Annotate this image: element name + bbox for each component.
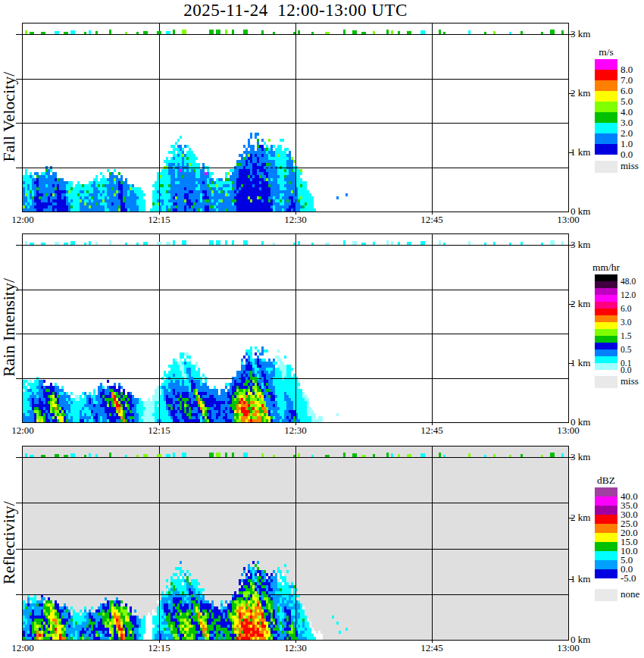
colorbar-cell <box>595 356 617 363</box>
fall-velocity-plot-frame <box>22 23 569 212</box>
fall-velocity-heatmap-canvas <box>23 24 568 212</box>
colorbar-cell <box>595 70 617 80</box>
reflectivity-x-axis: 12:0012:1512:3012:4513:00 <box>23 642 568 654</box>
colorbar-title-dbz: dBZ <box>597 475 615 487</box>
left-axis-tick <box>16 290 22 290</box>
colorbar-cell <box>595 59 617 70</box>
left-axis-tick <box>16 549 22 550</box>
colorbar-cell <box>595 515 617 524</box>
colorbar-missing-label: none <box>621 588 639 600</box>
x-tick-label: 12:15 <box>148 214 170 226</box>
colorbar-cell <box>595 102 617 112</box>
colorbar-cell <box>595 343 617 349</box>
colorbar-cell <box>595 274 617 281</box>
fall-velocity-x-axis: 12:0012:1512:3012:4513:00 <box>23 214 568 226</box>
colorbar-cell <box>595 80 617 91</box>
x-tick-label: 12:45 <box>420 642 443 654</box>
colorbar-cell <box>595 112 617 123</box>
colorbar-cell <box>595 123 617 133</box>
colorbar-title-ms: m/s <box>599 46 614 58</box>
x-tick-label: 12:30 <box>284 425 307 437</box>
x-tick-label: 12:30 <box>284 214 307 226</box>
colorbar-missing-label: miss <box>621 375 639 387</box>
left-axis-tick <box>16 594 22 595</box>
left-axis-tick <box>16 34 22 35</box>
colorbar-cell <box>595 329 617 336</box>
x-tick-label: 12:00 <box>11 425 34 437</box>
colorbar-tick-label: 1.5 <box>621 331 631 340</box>
colorbar-tick-label: 6.0 <box>621 304 631 313</box>
x-tick-label: 12:15 <box>148 425 170 437</box>
panel-rain-intensity: Rain Intensity/ 12:0012:1512:3012:4513:0… <box>0 233 644 421</box>
colorbar-cell <box>595 551 617 560</box>
colorbar-cell <box>595 533 617 542</box>
colorbar-tick-label: 3.0 <box>621 318 631 327</box>
left-axis-tick <box>16 123 22 124</box>
left-axis-tick <box>16 79 22 80</box>
reflectivity-plot-frame <box>22 446 569 641</box>
x-tick-label: 12:45 <box>420 425 443 437</box>
colorbar-cell <box>595 315 617 322</box>
colorbar-missing-label: miss <box>621 160 639 172</box>
panel-reflectivity: Reflectivity/ 12:0012:1512:3012:4513:00 … <box>0 446 644 639</box>
left-axis-tick <box>16 503 22 503</box>
colorbar-cell <box>595 487 617 497</box>
x-tick-label: 12:15 <box>148 642 170 654</box>
colorbar-tick-label: 0.0 <box>621 149 633 161</box>
x-tick-label: 12:00 <box>11 214 34 226</box>
y-km-label: 1 km <box>571 357 590 369</box>
colorbar-tick-label: 12.0 <box>621 290 636 299</box>
colorbar-cell <box>595 281 617 288</box>
left-axis-tick <box>16 378 22 379</box>
y-km-label: 3 km <box>571 451 590 463</box>
colorbar-tick-label: 0.5 <box>621 345 631 354</box>
x-tick-label: 12:00 <box>11 642 34 654</box>
colorbar-cell <box>595 144 617 155</box>
colorbar-cell <box>595 322 617 329</box>
colorbar-missing-swatch <box>595 589 617 601</box>
colorbar-missing-swatch <box>595 376 617 388</box>
colorbar-title-mmhr: mm/hr <box>592 262 620 274</box>
figure-title: 2025-11-24 12:00-13:00 UTC <box>23 1 568 20</box>
y-km-label: 2 km <box>571 298 590 310</box>
colorbar-cell <box>595 133 617 144</box>
colorbar-cell <box>595 497 617 506</box>
colorbar-tick-label: 48.0 <box>621 277 636 286</box>
y-axis-label-rain-intensity: Rain Intensity/ <box>0 278 19 377</box>
colorbar-cell <box>595 336 617 343</box>
x-tick-label: 12:30 <box>284 642 307 654</box>
left-axis-tick <box>16 457 22 458</box>
y-km-label: 3 km <box>571 28 590 40</box>
rain-intensity-x-axis: 12:0012:1512:3012:4513:00 <box>23 425 568 437</box>
colorbar-cell <box>595 506 617 515</box>
y-km-label: 1 km <box>571 573 590 585</box>
rain-intensity-plot-frame <box>22 233 569 423</box>
colorbar-cell <box>595 91 617 102</box>
colorbar-tick-label: 0.0 <box>621 365 631 374</box>
reflectivity-heatmap-canvas <box>23 446 568 640</box>
y-axis-label-reflectivity: Reflectivity/ <box>0 501 19 584</box>
colorbar-cell <box>595 302 617 309</box>
colorbar-tick-label: -5.0 <box>621 572 636 584</box>
colorbar-missing-swatch <box>595 161 617 173</box>
left-axis-tick <box>16 168 22 168</box>
y-km-label: 2 km <box>571 512 590 524</box>
colorbar-cell <box>595 349 617 356</box>
panel-fall-velocity: Fall Velocity/ 12:0012:1512:3012:4513:00… <box>0 23 644 211</box>
y-km-label: 0 km <box>571 416 590 428</box>
colorbar-cell <box>595 295 617 302</box>
colorbar-cell <box>595 363 617 370</box>
mrr-time-height-figure: 2025-11-24 12:00-13:00 UTC Fall Velocity… <box>0 0 644 658</box>
colorbar-cell <box>595 524 617 533</box>
y-km-label: 2 km <box>571 87 590 99</box>
x-tick-label: 12:45 <box>420 214 443 226</box>
y-km-label: 3 km <box>571 239 590 251</box>
colorbar-cell <box>595 569 617 578</box>
left-axis-tick <box>16 334 22 334</box>
rain-intensity-heatmap-canvas <box>23 234 568 422</box>
y-km-label: 0 km <box>571 205 590 218</box>
y-km-label: 1 km <box>571 146 590 158</box>
colorbar-cell <box>595 560 617 569</box>
colorbar-cell <box>595 288 617 295</box>
y-km-label: 0 km <box>571 634 590 646</box>
